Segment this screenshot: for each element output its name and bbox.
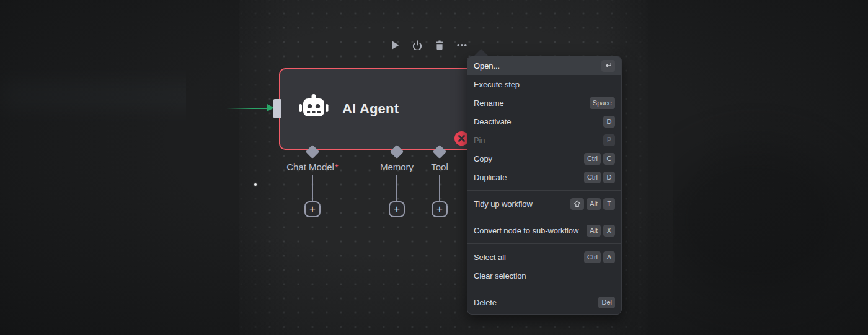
key-t: T xyxy=(603,198,615,210)
robot-icon xyxy=(299,94,329,124)
ellipsis-icon[interactable] xyxy=(457,40,467,50)
port-label-text: Tool xyxy=(431,162,448,172)
key-c: C xyxy=(603,153,615,165)
trash-icon[interactable] xyxy=(435,40,445,50)
shortcut-keys: AltT xyxy=(570,198,615,210)
port-label-text: Chat Model xyxy=(286,162,334,172)
menu-item-label: Execute step xyxy=(474,80,615,89)
key-p: P xyxy=(603,134,615,146)
key-del: Del xyxy=(598,297,615,308)
menu-item-label: Pin xyxy=(474,136,598,145)
add-node-button-memory[interactable]: + xyxy=(389,201,405,217)
key-space: Space xyxy=(590,97,615,109)
output-connector-line xyxy=(312,175,313,201)
menu-item-label: Deactivate xyxy=(474,117,598,126)
key-ctrl: Ctrl xyxy=(584,251,601,263)
output-label-tool: Tool xyxy=(431,162,448,172)
key-ctrl: Ctrl xyxy=(584,172,601,183)
menu-divider xyxy=(467,243,621,244)
plus-icon: + xyxy=(436,204,443,214)
menu-item-pin: PinP xyxy=(467,131,621,149)
menu-item-label: Rename xyxy=(474,98,585,108)
context-menu: Open...Execute stepRenameSpaceDeactivate… xyxy=(467,56,622,315)
input-port[interactable] xyxy=(273,99,281,118)
background-blur-blob xyxy=(663,146,849,294)
key-alt: Alt xyxy=(587,225,601,237)
plus-icon: + xyxy=(309,204,316,214)
menu-item-select-all[interactable]: Select allCtrlA xyxy=(467,248,621,266)
menu-item-label: Select all xyxy=(474,253,579,262)
canvas-fade-left xyxy=(186,0,288,335)
shortcut-keys xyxy=(601,60,615,72)
menu-divider xyxy=(467,190,621,191)
play-icon[interactable] xyxy=(390,40,400,50)
node-title: AI Agent xyxy=(342,101,399,117)
menu-item-copy[interactable]: CopyCtrlC xyxy=(467,149,621,168)
key-alt: Alt xyxy=(587,198,601,210)
menu-item-execute-step[interactable]: Execute step xyxy=(467,75,621,94)
menu-item-convert-node-to-sub-workflow[interactable]: Convert node to sub-workflowAltX xyxy=(467,221,621,240)
port-label-text: Memory xyxy=(380,162,414,172)
output-label-chat-model: Chat Model* xyxy=(286,162,339,172)
menu-item-clear-selection[interactable]: Clear selection xyxy=(467,266,621,285)
shortcut-keys: CtrlC xyxy=(584,153,615,165)
menu-item-deactivate[interactable]: DeactivateD xyxy=(467,112,621,131)
menu-divider xyxy=(467,217,621,217)
menu-item-tidy-up-workflow[interactable]: Tidy up workflowAltT xyxy=(467,194,621,213)
menu-item-rename[interactable]: RenameSpace xyxy=(467,94,621,112)
output-label-memory: Memory xyxy=(380,162,414,172)
add-node-button-tool[interactable]: + xyxy=(432,201,448,217)
enter-icon xyxy=(601,60,615,72)
shift-icon xyxy=(570,198,584,210)
key-d: D xyxy=(603,172,615,183)
input-connection-line xyxy=(226,108,270,109)
power-icon[interactable] xyxy=(412,40,422,50)
output-connector-line xyxy=(396,175,397,201)
menu-item-label: Delete xyxy=(474,298,593,307)
menu-item-duplicate[interactable]: DuplicateCtrlD xyxy=(467,168,621,186)
menu-item-label: Open... xyxy=(474,61,596,71)
shortcut-keys: AltX xyxy=(587,225,615,237)
menu-item-delete[interactable]: DeleteDel xyxy=(467,293,621,311)
menu-item-label: Clear selection xyxy=(474,271,615,281)
menu-item-label: Copy xyxy=(474,154,579,163)
required-marker: * xyxy=(335,162,339,172)
menu-caret xyxy=(474,49,488,56)
shortcut-keys: CtrlA xyxy=(584,251,615,263)
output-connector-line xyxy=(439,175,440,201)
key-d: D xyxy=(603,116,615,128)
shortcut-keys: D xyxy=(603,116,615,128)
ai-agent-node[interactable]: AI Agent xyxy=(279,68,476,150)
menu-item-label: Duplicate xyxy=(474,173,579,182)
key-a: A xyxy=(603,251,615,263)
plus-icon: + xyxy=(394,204,400,214)
key-x: X xyxy=(603,225,615,237)
menu-item-open[interactable]: Open... xyxy=(467,56,621,75)
menu-item-label: Convert node to sub-workflow xyxy=(474,226,582,235)
menu-divider xyxy=(467,289,621,289)
shortcut-keys: Space xyxy=(590,97,615,109)
node-toolbar xyxy=(390,40,467,50)
canvas-bright-dot xyxy=(254,183,257,186)
shortcut-keys: CtrlD xyxy=(584,172,615,183)
add-node-button-chat-model[interactable]: + xyxy=(304,201,321,217)
key-ctrl: Ctrl xyxy=(584,153,601,165)
menu-item-label: Tidy up workflow xyxy=(474,199,565,209)
shortcut-keys: P xyxy=(603,134,615,146)
shortcut-keys: Del xyxy=(598,297,615,308)
workflow-canvas: AI Agent Chat Model*+Memory+Tool+ Open..… xyxy=(0,0,868,335)
